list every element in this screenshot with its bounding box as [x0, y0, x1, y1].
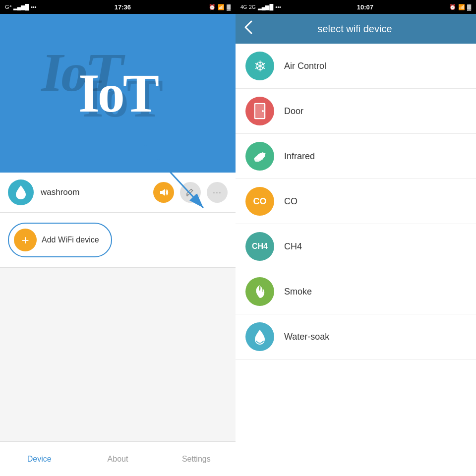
list-item-door[interactable]: Door [236, 89, 476, 134]
back-button[interactable] [243, 19, 253, 38]
carrier-label: G⁴ [5, 4, 11, 10]
infrared-icon [245, 142, 274, 171]
co-text: CO [253, 196, 267, 207]
left-status-left: G⁴ ▂▄▆█ ••• [5, 4, 37, 10]
spacer [0, 268, 236, 441]
signal-icon: ▂▄▆█ [13, 4, 29, 10]
wifi-icon: 📶 [218, 4, 225, 10]
tab-about[interactable]: About [78, 455, 157, 464]
tab-device[interactable]: Device [0, 455, 78, 464]
arrow-annotation [129, 128, 228, 228]
add-wifi-row: + Add WiFi device [0, 213, 236, 268]
left-panel: G⁴ ▂▄▆█ ••• 17:36 ⏰ 📶 ▓ IoT IoT washroom [0, 0, 236, 476]
air-control-icon: ❄ [245, 52, 274, 80]
dots-menu: ••• [31, 4, 37, 10]
co-icon: CO [245, 187, 274, 216]
right-status-right: ⏰ 📶 ▓ [449, 4, 471, 10]
add-wifi-plus-icon: + [14, 229, 37, 251]
alarm-icon: ⏰ [209, 4, 216, 10]
right-signal-icon: ▂▄▆█ [258, 4, 274, 10]
svg-line-1 [139, 138, 203, 208]
list-item-infrared[interactable]: Infrared [236, 134, 476, 179]
iot-logo: IoT [78, 62, 157, 125]
right-wifi-icon: 📶 [458, 4, 465, 10]
ch4-text: CH4 [252, 242, 268, 251]
infrared-label: Infrared [284, 151, 315, 162]
right-panel: 4G 2G ▂▄▆█ ••• 10:07 ⏰ 📶 ▓ select wifi d… [236, 0, 476, 476]
right-time-display: 10:07 [357, 3, 373, 11]
ch4-icon: CH4 [245, 232, 274, 261]
svg-point-4 [262, 110, 264, 112]
co-label: CO [284, 196, 298, 207]
time-display: 17:36 [115, 3, 131, 11]
left-tab-bar: Device About Settings [0, 441, 236, 476]
list-item-water-soak[interactable]: Water-soak [236, 314, 476, 359]
ch4-label: CH4 [284, 241, 302, 252]
right-status-bar: 4G 2G ▂▄▆█ ••• 10:07 ⏰ 📶 ▓ [236, 0, 476, 14]
list-item-ch4[interactable]: CH4 CH4 [236, 224, 476, 269]
tab-settings[interactable]: Settings [157, 455, 236, 464]
left-status-right: ⏰ 📶 ▓ [209, 4, 231, 10]
water-soak-label: Water-soak [284, 332, 329, 342]
right-battery-icon: ▓ [467, 4, 471, 10]
list-item-co[interactable]: CO CO [236, 179, 476, 224]
right-carrier2: 2G [249, 4, 255, 10]
list-item-air-control[interactable]: ❄ Air Control [236, 44, 476, 89]
device-list: ❄ Air Control Door [236, 44, 476, 476]
right-alarm-icon: ⏰ [449, 4, 456, 10]
right-carrier1: 4G [240, 4, 247, 10]
battery-icon: ▓ [227, 4, 231, 10]
washroom-icon [8, 179, 34, 205]
add-wifi-label: Add WiFi device [42, 236, 99, 244]
right-dots: ••• [275, 4, 281, 10]
add-wifi-oval[interactable]: + Add WiFi device [8, 223, 112, 257]
door-label: Door [284, 106, 303, 117]
air-control-label: Air Control [284, 61, 326, 71]
right-status-left: 4G 2G ▂▄▆█ ••• [240, 4, 281, 10]
page-title: select wifi device [261, 23, 448, 35]
left-status-bar: G⁴ ▂▄▆█ ••• 17:36 ⏰ 📶 ▓ [0, 0, 236, 14]
list-item-smoke[interactable]: Smoke [236, 269, 476, 314]
right-header: select wifi device [236, 14, 476, 44]
smoke-label: Smoke [284, 287, 312, 297]
smoke-icon [245, 277, 274, 306]
door-icon [245, 97, 274, 125]
water-soak-icon [245, 322, 274, 351]
